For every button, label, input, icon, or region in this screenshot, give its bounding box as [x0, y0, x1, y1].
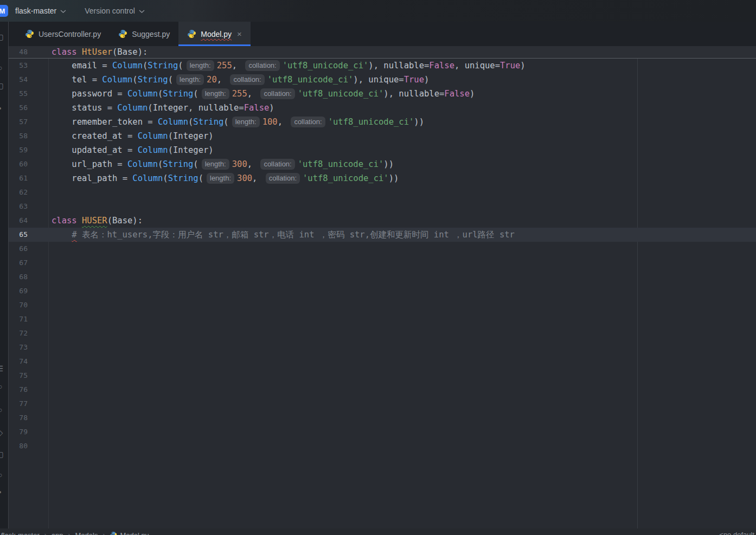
code-line[interactable]: 70 [9, 298, 756, 312]
line-number[interactable]: 54 [9, 73, 28, 87]
code-line[interactable]: 68 [9, 270, 756, 284]
line-number[interactable]: 80 [9, 439, 28, 453]
code-line[interactable]: 73 [9, 340, 756, 354]
code-token: Column [127, 89, 158, 99]
line-number[interactable]: 68 [9, 270, 28, 284]
code-line[interactable]: 67 [9, 256, 756, 270]
line-number[interactable]: 70 [9, 298, 28, 312]
line-number[interactable]: 65 [9, 228, 28, 242]
code-line[interactable]: 63 [9, 199, 756, 214]
code-line[interactable]: 65 # 表名：ht_users,字段：用户名 str，邮箱 str，电话 in… [9, 228, 756, 242]
line-number[interactable]: 48 [9, 46, 28, 58]
sticky-line[interactable]: 48class HtUser(Base): [9, 46, 756, 59]
code-line[interactable]: 72 [9, 326, 756, 340]
line-number[interactable]: 74 [9, 354, 28, 369]
breadcrumb-separator: › [102, 531, 105, 535]
code-text: tel = Column(String(length:20, collation… [52, 73, 429, 87]
code-line[interactable]: 76 [9, 383, 756, 397]
code-line[interactable]: 64class HUSER(Base): [9, 214, 756, 228]
line-number[interactable]: 61 [9, 171, 28, 185]
code-line[interactable]: 54 tel = Column(String(length:20, collat… [9, 73, 756, 87]
breadcrumb-label: app [52, 531, 63, 535]
line-number[interactable]: 77 [9, 397, 28, 411]
line-number[interactable]: 72 [9, 326, 28, 340]
code-token: True [404, 75, 424, 85]
code-line[interactable]: 58 created_at = Column(Integer) [9, 129, 756, 143]
code-line[interactable]: 57 remember_token = Column(String(length… [9, 115, 756, 129]
code-token: Column [138, 145, 168, 155]
code-line[interactable]: 78 [9, 411, 756, 425]
breadcrumb-item[interactable]: app [52, 531, 63, 535]
code-token: ), unique= [353, 75, 403, 85]
code-text: password = Column(String(length:255, col… [52, 87, 475, 101]
line-number[interactable]: 56 [9, 101, 28, 115]
tool-stripe-icon[interactable]: ▢ [0, 81, 4, 90]
code-line[interactable]: 69 [9, 284, 756, 298]
line-number[interactable]: 69 [9, 284, 28, 298]
code-line[interactable]: 59 updated_at = Column(Integer) [9, 143, 756, 157]
code-token: String [163, 89, 193, 99]
code-line[interactable]: 55 password = Column(String(length:255, … [9, 87, 756, 101]
tab-Model.py[interactable]: Model.py× [178, 22, 251, 46]
code-line[interactable]: 75 [9, 369, 756, 383]
line-number[interactable]: 57 [9, 115, 28, 129]
version-control-selector[interactable]: Version control [85, 7, 145, 15]
breadcrumb-item[interactable]: Models [75, 531, 98, 535]
line-number[interactable]: 60 [9, 157, 28, 171]
breadcrumb-bar: flask-master›app›Models›Model.py <no def… [0, 528, 756, 535]
code-line[interactable]: 66 [9, 242, 756, 256]
code-token: Column [102, 75, 132, 85]
tool-stripe-icon[interactable]: ○ [0, 63, 4, 72]
code-token: ( [158, 159, 163, 169]
line-number[interactable]: 63 [9, 199, 28, 214]
code-line[interactable]: 74 [9, 354, 756, 369]
tool-stripe-icon[interactable]: ▢ [0, 33, 4, 41]
tool-stripe-icon[interactable]: ○ [0, 405, 4, 414]
tab-UsersController.py[interactable]: UsersController.py [16, 22, 110, 46]
breadcrumb-item[interactable]: Model.py [110, 531, 149, 535]
code-line[interactable]: 61 real_path = Column(String(length:300,… [9, 171, 756, 185]
tab-label: Suggest.py [132, 30, 170, 38]
code-line[interactable]: 62 [9, 185, 756, 199]
tool-stripe-icon[interactable]: ○ [0, 382, 4, 391]
code-line[interactable]: 77 [9, 397, 756, 411]
tool-stripe-icon[interactable]: • [0, 104, 4, 113]
line-number[interactable]: 62 [9, 185, 28, 199]
line-number[interactable]: 59 [9, 143, 28, 157]
code-token: 表名：ht_users,字段：用户名 str，邮箱 str，电话 int ，密码… [77, 230, 515, 240]
line-number[interactable]: 58 [9, 129, 28, 143]
line-number[interactable]: 75 [9, 369, 28, 383]
line-number[interactable]: 66 [9, 242, 28, 256]
line-number[interactable]: 67 [9, 256, 28, 270]
code-line[interactable]: 56 status = Column(Integer, nullable=Fal… [9, 101, 756, 115]
tool-stripe-icon[interactable]: ○ [0, 470, 4, 479]
line-number[interactable]: 76 [9, 383, 28, 397]
breadcrumb-item[interactable]: flask-master [1, 531, 40, 535]
interpreter-status[interactable]: <no default [719, 528, 754, 535]
code-line[interactable]: 80 [9, 439, 756, 453]
code-line[interactable]: 79 [9, 425, 756, 439]
code-text: url_path = Column(String(length:300, col… [52, 157, 394, 171]
code-editor[interactable]: 48class HtUser(Base): 53 email = Column(… [9, 46, 756, 528]
code-line[interactable]: 60 url_path = Column(String(length:300, … [9, 157, 756, 171]
project-icon[interactable]: M [0, 5, 8, 17]
code-line[interactable]: 71 [9, 312, 756, 326]
code-line[interactable]: 53 email = Column(String(length:255, col… [9, 59, 756, 73]
line-number[interactable]: 78 [9, 411, 28, 425]
project-selector[interactable]: flask-master [15, 7, 66, 15]
tool-stripe-icon[interactable]: • [0, 488, 4, 497]
tool-stripe-icon[interactable]: ◇ [0, 428, 4, 437]
tool-stripe-icon[interactable]: ☰ [0, 364, 4, 373]
line-number[interactable]: 73 [9, 340, 28, 354]
tab-Suggest.py[interactable]: Suggest.py [110, 22, 178, 46]
line-number[interactable]: 71 [9, 312, 28, 326]
line-number[interactable]: 53 [9, 59, 28, 73]
project-name: flask-master [15, 7, 56, 15]
code-token [77, 47, 82, 57]
line-number[interactable]: 55 [9, 87, 28, 101]
line-number[interactable]: 64 [9, 214, 28, 228]
tool-stripe-icon[interactable]: ▢ [0, 450, 4, 459]
line-number[interactable]: 79 [9, 425, 28, 439]
close-icon[interactable]: × [237, 30, 242, 38]
tab-label: UsersController.py [39, 30, 101, 38]
